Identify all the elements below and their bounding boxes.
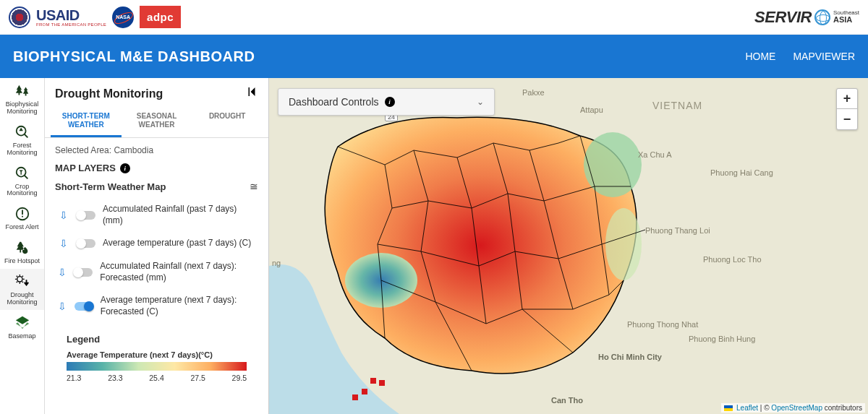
legend-toggle-icon[interactable]: ≅	[250, 181, 258, 192]
layer-label: Average temperature (next 7 days): Forec…	[101, 295, 258, 317]
layer-toggle[interactable]	[75, 302, 93, 311]
content-area: Biophysical Monitoring Forest Monitoring…	[0, 78, 868, 414]
layer-row-rainfall-forecast: ⇩ Accumulated Rainfall (next 7 days): Fo…	[55, 255, 258, 289]
layer-toggle[interactable]	[74, 268, 93, 277]
zoom-out-button[interactable]: −	[837, 109, 857, 129]
svg-point-6	[584, 132, 642, 197]
sidebar-item-forest-monitoring[interactable]: Forest Monitoring	[0, 119, 44, 160]
info-icon[interactable]: i	[385, 97, 395, 107]
trees-icon	[14, 82, 31, 100]
download-button[interactable]: ⇩	[58, 301, 67, 312]
legend-tick-labels: 21.3 23.3 25.4 27.5 29.5	[67, 374, 247, 382]
layer-panel: Drought Monitoring SHORT-TERM WEATHER SE…	[45, 78, 269, 414]
layer-toggle[interactable]	[77, 211, 95, 220]
usaid-tagline: FROM THE AMERICAN PEOPLE	[36, 22, 106, 27]
logos-left: USAID FROM THE AMERICAN PEOPLE NASA adpc	[9, 6, 181, 28]
svg-rect-9	[379, 380, 385, 386]
map-layers-header: MAP LAYERS i	[55, 163, 258, 173]
alert-icon	[14, 205, 31, 223]
sidebar-item-drought-monitoring[interactable]: Drought Monitoring	[0, 269, 44, 310]
subsection-title: Short-Term Weather Map	[55, 181, 166, 192]
download-button[interactable]: ⇩	[58, 210, 69, 221]
map-attribution: Leaflet | © OpenStreetMap contributors	[721, 403, 865, 413]
tab-shortterm-weather[interactable]: SHORT-TERM WEATHER	[51, 108, 122, 137]
layer-label: Average temperature (past 7 days) (C)	[103, 238, 251, 249]
sidebar-item-biophysical[interactable]: Biophysical Monitoring	[0, 78, 44, 119]
sidebar-nav: Biophysical Monitoring Forest Monitoring…	[0, 78, 45, 414]
dashboard-controls-label: Dashboard Controls	[289, 96, 379, 108]
usaid-logo: USAID FROM THE AMERICAN PEOPLE	[36, 8, 106, 27]
flag-icon	[724, 405, 733, 411]
adpc-logo: adpc	[140, 6, 181, 28]
tab-drought[interactable]: DROUGHT	[192, 108, 263, 137]
svg-rect-10	[362, 389, 367, 394]
drought-icon	[14, 273, 31, 290]
legend-subtitle: Average Temperature (next 7 days)(°C)	[67, 350, 258, 359]
map-canvas	[269, 78, 868, 414]
layer-toggle[interactable]	[77, 239, 95, 248]
download-button[interactable]: ⇩	[58, 238, 69, 249]
zoom-in-button[interactable]: +	[837, 89, 857, 109]
svg-rect-8	[370, 378, 376, 384]
map-viewport[interactable]: VIETNAM Pakxe Attapu Xa Chu A Phuong Hai…	[269, 78, 868, 414]
leaflet-link[interactable]: Leaflet	[736, 404, 758, 412]
usaid-text: USAID	[36, 8, 106, 22]
download-button[interactable]: ⇩	[58, 267, 67, 278]
usaid-seal-icon	[9, 7, 30, 28]
sidebar-item-forest-alert[interactable]: Forest Alert	[0, 201, 44, 235]
legend-gradient	[67, 362, 247, 371]
chevron-left-bar-icon	[245, 85, 258, 98]
layer-label: Accumulated Rainfall (next 7 days): Fore…	[100, 261, 258, 283]
layer-row-temp-forecast: ⇩ Average temperature (next 7 days): For…	[55, 289, 258, 323]
globe-icon	[814, 9, 830, 25]
layer-row-rainfall-past: ⇩ Accumulated Rainfall (past 7 days) (mm…	[55, 198, 258, 232]
info-icon[interactable]: i	[120, 163, 130, 173]
magnifier-tree-icon	[14, 124, 31, 141]
chevron-down-icon: ⌄	[477, 97, 484, 107]
servir-logo: SERVIR Southeast ASIA	[754, 8, 859, 27]
top-logo-bar: USAID FROM THE AMERICAN PEOPLE NASA adpc…	[0, 0, 868, 35]
nav-home[interactable]: HOME	[745, 51, 775, 62]
layer-label: Accumulated Rainfall (past 7 days) (mm)	[103, 204, 258, 226]
layers-icon	[14, 314, 31, 332]
svg-point-7	[605, 208, 642, 280]
sidebar-item-basemap[interactable]: Basemap	[0, 310, 44, 344]
panel-tabs: SHORT-TERM WEATHER SEASONAL WEATHER DROU…	[45, 108, 268, 138]
page-title: BIOPHYSICAL M&E DASHBOARD	[13, 48, 255, 65]
panel-title: Drought Monitoring	[55, 87, 163, 100]
layer-row-temp-past: ⇩ Average temperature (past 7 days) (C)	[55, 232, 258, 255]
svg-rect-11	[352, 394, 358, 400]
svg-point-3	[17, 277, 22, 282]
collapse-panel-button[interactable]	[245, 85, 258, 102]
nasa-logo-icon: NASA	[112, 7, 134, 28]
zoom-control: + −	[836, 88, 858, 130]
main-nav-links: HOME MAPVIEWER	[745, 51, 855, 62]
servir-text: SERVIR	[754, 8, 812, 27]
dashboard-controls-dropdown[interactable]: Dashboard Controls i ⌄	[278, 88, 495, 116]
fire-icon	[14, 239, 31, 256]
nav-mapviewer[interactable]: MAPVIEWER	[793, 51, 855, 62]
tab-seasonal-weather[interactable]: SEASONAL WEATHER	[122, 108, 192, 137]
legend-title: Legend	[67, 334, 258, 345]
sidebar-item-crop-monitoring[interactable]: Crop Monitoring	[0, 160, 44, 202]
main-nav-bar: BIOPHYSICAL M&E DASHBOARD HOME MAPVIEWER	[0, 35, 868, 78]
selected-area: Selected Area: Cambodia	[55, 145, 258, 155]
sidebar-item-fire-hotspot[interactable]: Fire Hotspot	[0, 235, 44, 269]
osm-link[interactable]: OpenStreetMap	[771, 404, 822, 412]
magnifier-plant-icon	[14, 165, 31, 182]
